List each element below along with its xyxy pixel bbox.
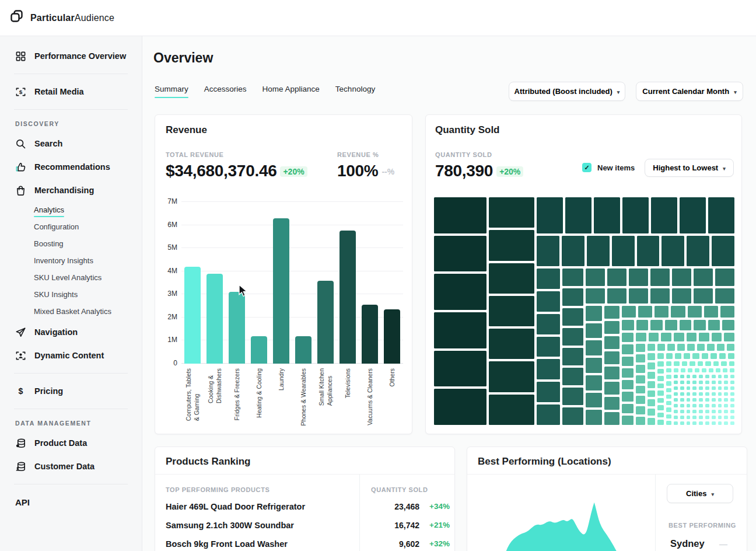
treemap-cell[interactable] <box>719 353 726 359</box>
treemap-cell[interactable] <box>718 416 722 419</box>
treemap-cell[interactable] <box>705 416 709 419</box>
treemap-cell[interactable] <box>674 404 678 407</box>
treemap-cell[interactable] <box>657 361 664 367</box>
treemap-cell[interactable] <box>565 197 592 233</box>
bar-3[interactable] <box>229 292 245 364</box>
treemap-cell[interactable] <box>680 410 684 413</box>
treemap-cell[interactable] <box>562 236 584 266</box>
treemap-cell[interactable] <box>636 354 645 362</box>
treemap-cell[interactable] <box>699 386 703 390</box>
treemap-cell[interactable] <box>695 368 699 372</box>
treemap-cell[interactable] <box>654 306 668 318</box>
treemap-cell[interactable] <box>687 375 691 378</box>
treemap-cell[interactable] <box>648 418 655 425</box>
treemap-cell[interactable] <box>680 416 684 419</box>
treemap-cell[interactable] <box>692 353 699 359</box>
treemap-cell[interactable] <box>712 236 734 266</box>
treemap-cell[interactable] <box>537 359 560 379</box>
new-items-checkbox[interactable]: ✓ <box>582 163 592 172</box>
australia-map[interactable] <box>495 498 628 551</box>
treemap-cell[interactable] <box>702 368 706 372</box>
treemap-cell[interactable] <box>718 375 722 378</box>
treemap-cell[interactable] <box>687 410 691 413</box>
treemap-cell[interactable] <box>717 344 724 351</box>
treemap-cell[interactable] <box>680 381 684 384</box>
treemap-cell[interactable] <box>721 361 726 366</box>
treemap-cell[interactable] <box>722 320 734 330</box>
treemap-cell[interactable] <box>604 306 620 319</box>
treemap-cell[interactable] <box>712 416 716 419</box>
treemap-cell[interactable] <box>692 381 696 384</box>
treemap-cell[interactable] <box>697 344 705 351</box>
treemap-cell[interactable] <box>674 416 678 419</box>
treemap-cell[interactable] <box>699 333 709 341</box>
treemap-cell[interactable] <box>723 368 727 372</box>
treemap-cell[interactable] <box>537 291 560 312</box>
sidebar-item-customer-data[interactable]: Customer Data <box>0 455 142 478</box>
treemap-cell[interactable] <box>648 344 655 351</box>
treemap-cell[interactable] <box>687 416 691 419</box>
treemap-cell[interactable] <box>622 357 634 366</box>
treemap-cell[interactable] <box>690 361 695 366</box>
treemap-cell[interactable] <box>672 268 691 286</box>
treemap-cell[interactable] <box>629 268 648 286</box>
treemap-cell[interactable] <box>705 375 709 378</box>
treemap-cell[interactable] <box>692 404 696 407</box>
treemap-cell[interactable] <box>586 358 602 373</box>
treemap-cell[interactable] <box>712 404 716 407</box>
treemap-cell[interactable] <box>674 410 678 413</box>
treemap-cell[interactable] <box>692 398 696 402</box>
treemap-cell[interactable] <box>680 404 684 407</box>
treemap-cell[interactable] <box>705 386 709 390</box>
treemap-cell[interactable] <box>622 197 649 233</box>
treemap-cell[interactable] <box>636 333 646 341</box>
treemap-cell[interactable] <box>636 365 645 373</box>
treemap-cell[interactable] <box>699 392 703 396</box>
treemap-cell[interactable] <box>705 392 709 396</box>
treemap-cell[interactable] <box>604 382 620 395</box>
treemap-cell[interactable] <box>692 386 696 390</box>
treemap-cell[interactable] <box>622 380 634 389</box>
treemap-cell[interactable] <box>680 398 684 402</box>
treemap-cell[interactable] <box>680 197 706 233</box>
treemap-cell[interactable] <box>622 392 634 401</box>
treemap-cell[interactable] <box>710 353 717 359</box>
treemap-cell[interactable] <box>622 368 634 378</box>
treemap-cell[interactable] <box>708 320 720 330</box>
treemap-cell[interactable] <box>562 308 583 326</box>
treemap-cell[interactable] <box>699 410 703 413</box>
treemap-cell[interactable] <box>705 398 709 402</box>
treemap-cell[interactable] <box>730 421 734 425</box>
cities-dropdown[interactable]: Cities ▾ <box>667 484 733 503</box>
treemap-cell[interactable] <box>665 320 677 330</box>
treemap-cell[interactable] <box>730 410 734 413</box>
treemap-cell[interactable] <box>604 321 620 334</box>
treemap-cell[interactable] <box>657 420 664 425</box>
treemap-cell[interactable] <box>712 421 716 425</box>
treemap-cell[interactable] <box>727 344 734 351</box>
treemap-cell[interactable] <box>687 392 691 396</box>
treemap-cell[interactable] <box>730 386 734 390</box>
treemap-cell[interactable] <box>636 417 645 425</box>
sort-dropdown[interactable]: Highest to Lowest ▾ <box>645 159 734 177</box>
treemap-cell[interactable] <box>622 404 634 413</box>
treemap-cell[interactable] <box>699 398 703 402</box>
treemap-cell[interactable] <box>607 268 626 286</box>
treemap-cell[interactable] <box>604 412 620 425</box>
treemap-cell[interactable] <box>537 268 560 289</box>
sidebar-subitem-boosting[interactable]: Boosting <box>0 236 142 253</box>
treemap-cell[interactable] <box>694 320 706 330</box>
sidebar-subitem-sku-insights[interactable]: SKU Insights <box>0 287 142 304</box>
treemap-cell[interactable] <box>489 329 534 359</box>
treemap-cell[interactable] <box>434 389 487 425</box>
treemap-cell[interactable] <box>724 386 728 390</box>
treemap-cell[interactable] <box>489 197 534 228</box>
treemap-cell[interactable] <box>687 344 695 351</box>
bar-10[interactable] <box>384 309 400 364</box>
treemap-cell[interactable] <box>730 368 734 372</box>
treemap-cell[interactable] <box>708 197 734 233</box>
treemap-cell[interactable] <box>629 288 648 304</box>
treemap-cell[interactable] <box>648 362 655 369</box>
treemap-cell[interactable] <box>594 197 620 233</box>
treemap-cell[interactable] <box>562 348 583 365</box>
